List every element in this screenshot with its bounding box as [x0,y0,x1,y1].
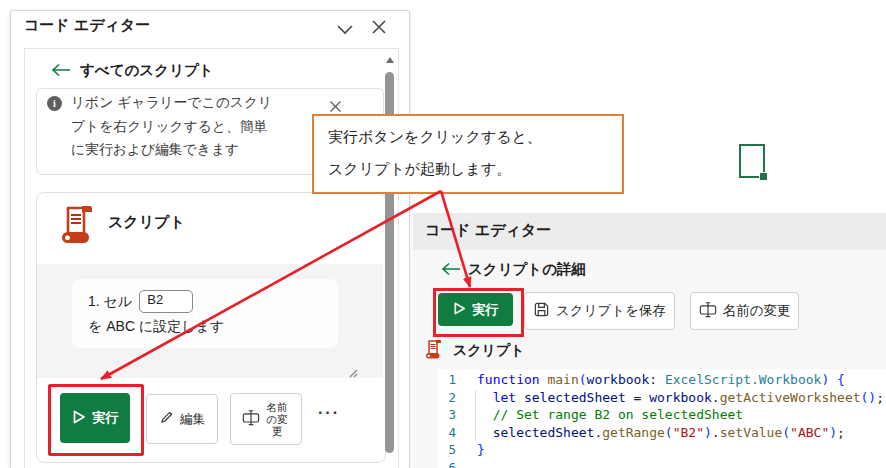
indent-guide [475,390,476,441]
close-icon[interactable] [371,19,387,39]
cell-reference-field[interactable]: B2 [139,290,193,313]
callout-line1: 実行ボタンをクリックすると、 [328,128,542,147]
code-editor-area[interactable]: 1function main(workbook: ExcelScript.Wor… [437,369,886,468]
rename-button[interactable]: 名前の変更 [230,393,302,445]
rename-icon [242,408,260,430]
save-icon [533,301,550,321]
annotation-callout: 実行ボタンをクリックすると、 スクリプトが起動します。 [312,114,624,194]
callout-line2: スクリプトが起動します。 [328,160,511,179]
run-button-highlight-box [433,288,524,337]
code-line[interactable]: 4 selectedSheet.getRange("B2").setValue(… [437,425,886,443]
step-description-line2: を ABC に設定します [88,318,224,336]
more-options-button[interactable]: ··· [312,398,346,428]
code-text: } [477,442,485,460]
all-scripts-back-link[interactable]: すべてのスクリプト [80,61,214,80]
line-number: 2 [437,390,456,408]
code-line[interactable]: 3 // Set range B2 on selectedSheet [437,407,886,425]
run-button-highlight-box [48,384,144,456]
code-line[interactable]: 6 [437,460,886,468]
line-number: 4 [437,425,456,443]
pencil-icon [159,410,174,428]
code-line[interactable]: 5} [437,442,886,460]
rename-icon [699,300,717,322]
excel-cell-selection-indicator [739,144,765,178]
cell-fill-handle [759,172,768,181]
right-pane-title: コード エディター [425,221,551,240]
code-text: selectedSheet.getRange("B2").setValue("A… [477,425,845,443]
line-number: 3 [437,407,456,425]
info-banner-text: リボン ギャラリーでこのスクリ プトを右クリックすると、簡単 に実行および編集で… [71,91,327,162]
code-line[interactable]: 2 let selectedSheet = workbook.getActive… [437,390,886,408]
script-card-title: スクリプト [108,213,185,232]
code-text: let selectedSheet = workbook.getActiveWo… [477,390,884,408]
code-text: // Set range B2 on selectedSheet [477,407,743,425]
code-line[interactable]: 1function main(workbook: ExcelScript.Wor… [437,372,886,390]
line-number: 1 [437,372,456,390]
screenshot-stage: コード エディター すべてのスクリプト i リボン ギャラリーでこのスクリ プト… [0,0,886,468]
left-pane-title: コード エディター [24,16,150,35]
step-description-line1: 1. セル B2 [88,290,193,313]
code-text: function main(workbook: ExcelScript.Work… [477,372,845,390]
scrollbar-up-arrow[interactable] [386,57,394,63]
chevron-down-icon[interactable] [336,22,354,40]
script-icon [58,203,98,251]
script-details-back-link[interactable]: スクリプトの詳細 [468,260,586,279]
back-arrow-icon[interactable] [440,262,462,280]
save-script-button[interactable]: スクリプトを保存 [524,292,675,330]
back-arrow-icon[interactable] [50,63,72,81]
line-number: 6 [437,460,456,468]
edit-button[interactable]: 編集 [146,394,218,444]
info-icon: i [47,96,62,111]
rename-button[interactable]: 名前の変更 [690,292,799,330]
line-number: 5 [437,442,456,460]
resize-handle[interactable] [346,364,358,382]
script-icon [424,338,444,365]
script-section-title: スクリプト [453,342,525,360]
